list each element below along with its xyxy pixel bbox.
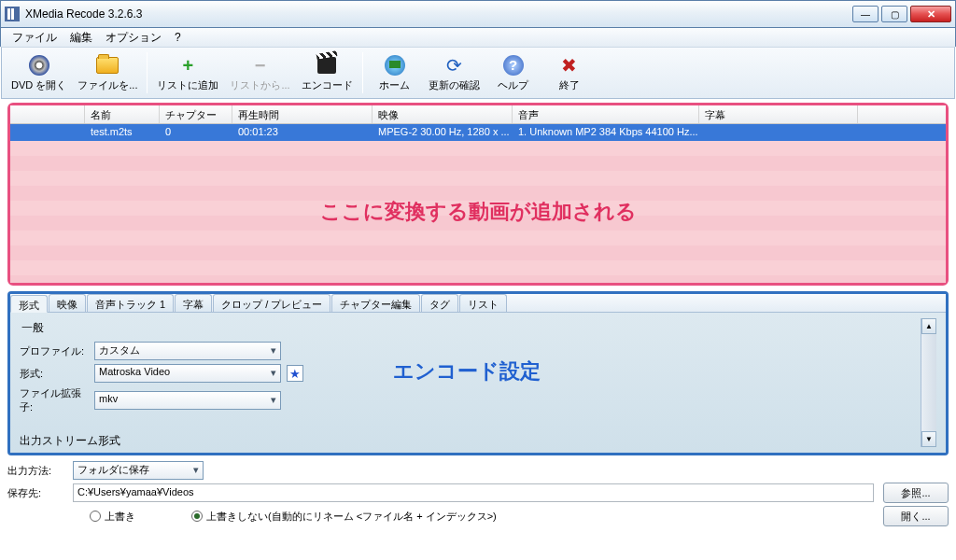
- help-icon: ?: [502, 54, 525, 77]
- col-audio[interactable]: 音声: [513, 105, 699, 123]
- exit-button[interactable]: ✖終了: [541, 49, 598, 97]
- clapper-icon: [316, 54, 338, 77]
- folder-icon: [96, 54, 119, 77]
- settings-tabs: 形式 映像 音声トラック 1 字幕 クロップ / プレビュー チャプター編集 タ…: [10, 294, 946, 313]
- toolbar-separator: [362, 52, 363, 93]
- format-combo[interactable]: Matroska Video: [94, 364, 281, 383]
- app-icon: [5, 7, 20, 21]
- tab-format[interactable]: 形式: [10, 295, 48, 313]
- refresh-icon: ⟳: [443, 54, 465, 77]
- col-duration[interactable]: 再生時間: [232, 105, 373, 123]
- profile-label: プロファイル:: [20, 344, 94, 358]
- open-dvd-button[interactable]: DVD を開く: [6, 49, 72, 97]
- tab-video[interactable]: 映像: [49, 294, 86, 312]
- no-overwrite-radio[interactable]: [191, 511, 203, 522]
- file-list-area: 名前 チャプター 再生時間 映像 音声 字幕 test.m2ts 0 00:01…: [7, 103, 949, 286]
- col-video[interactable]: 映像: [373, 105, 513, 123]
- close-button[interactable]: ✕: [910, 6, 951, 22]
- help-button[interactable]: ?ヘルプ: [485, 49, 541, 97]
- home-button[interactable]: ホーム: [367, 49, 423, 97]
- exit-icon: ✖: [558, 54, 581, 77]
- home-icon: [384, 54, 406, 77]
- open-button[interactable]: 開く...: [883, 506, 949, 526]
- col-chapter[interactable]: チャプター: [160, 105, 232, 123]
- scroll-up-icon[interactable]: ▲: [921, 318, 936, 334]
- file-list[interactable]: 名前 チャプター 再生時間 映像 音声 字幕 test.m2ts 0 00:01…: [10, 105, 946, 283]
- open-file-button[interactable]: ファイルを...: [72, 49, 143, 97]
- toolbar-separator: [147, 52, 148, 93]
- menu-file[interactable]: ファイル: [7, 28, 63, 48]
- menu-edit[interactable]: 編集: [64, 28, 98, 48]
- tab-chapter[interactable]: チャプター編集: [331, 294, 420, 312]
- cell-video: MPEG-2 30.00 Hz, 1280 x ...: [373, 124, 513, 141]
- toolbar: DVD を開く ファイルを... +リストに追加 −リストから... エンコード…: [1, 47, 955, 99]
- encode-settings-area: 形式 映像 音声トラック 1 字幕 クロップ / プレビュー チャプター編集 タ…: [7, 291, 949, 455]
- col-subtitle[interactable]: 字幕: [699, 105, 858, 123]
- add-to-list-button[interactable]: +リストに追加: [151, 49, 224, 97]
- col-name[interactable]: 名前: [85, 105, 160, 123]
- window-title: XMedia Recode 3.2.6.3: [25, 7, 852, 21]
- output-method-combo[interactable]: フォルダに保存: [73, 461, 204, 480]
- favorite-button[interactable]: ★: [287, 365, 303, 382]
- ext-label: ファイル拡張子:: [20, 386, 94, 414]
- minus-icon: −: [249, 54, 272, 77]
- output-path-field[interactable]: C:¥Users¥yamaa¥Videos: [73, 483, 874, 502]
- remove-from-list-button: −リストから...: [224, 49, 295, 97]
- annotation-filelist: ここに変換する動画が追加される: [320, 198, 637, 226]
- menu-help[interactable]: ?: [169, 29, 187, 46]
- encode-button[interactable]: エンコード: [296, 49, 358, 97]
- overwrite-radio[interactable]: [90, 511, 101, 522]
- tab-crop[interactable]: クロップ / プレビュー: [213, 294, 330, 312]
- cell-chapter: 0: [160, 124, 232, 141]
- output-area: 出力方法: フォルダに保存 保存先: C:¥Users¥yamaa¥Videos…: [7, 461, 949, 526]
- overwrite-label: 上書き: [105, 510, 135, 524]
- window-buttons: — ▢ ✕: [852, 6, 951, 22]
- cell-audio: 1. Unknown MP2 384 Kbps 44100 Hz...: [513, 124, 699, 141]
- output-stream-title: 出力ストリーム形式: [20, 433, 120, 449]
- menubar: ファイル 編集 オプション ?: [0, 28, 956, 47]
- settings-scrollbar[interactable]: ▲ ▼: [921, 318, 936, 447]
- group-general: 一般: [21, 320, 318, 336]
- browse-button[interactable]: 参照...: [883, 483, 949, 503]
- profile-combo[interactable]: カスタム: [94, 342, 281, 360]
- output-dest-label: 保存先:: [7, 486, 73, 500]
- cell-name: test.m2ts: [85, 124, 160, 141]
- format-label: 形式:: [20, 367, 94, 381]
- minimize-button[interactable]: —: [852, 6, 879, 22]
- tab-list[interactable]: リスト: [459, 294, 507, 312]
- plus-icon: +: [176, 54, 199, 77]
- settings-body: 一般 プロファイル: カスタム 形式: Matroska Video ★ ファイ…: [10, 313, 946, 453]
- tab-tag[interactable]: タグ: [421, 294, 458, 312]
- output-method-label: 出力方法:: [7, 464, 73, 478]
- dvd-icon: [28, 54, 50, 77]
- cell-duration: 00:01:23: [232, 124, 373, 141]
- no-overwrite-label: 上書きしない(自動的にリネーム <ファイル名 + インデックス>): [206, 510, 497, 524]
- check-update-button[interactable]: ⟳更新の確認: [423, 49, 485, 97]
- file-list-empty-area[interactable]: ここに変換する動画が追加される: [10, 141, 946, 283]
- maximize-button[interactable]: ▢: [881, 6, 907, 22]
- annotation-settings: エンコード設定: [393, 357, 541, 447]
- cell-subtitle: [699, 124, 858, 141]
- file-row-selected[interactable]: test.m2ts 0 00:01:23 MPEG-2 30.00 Hz, 12…: [10, 124, 946, 141]
- tab-subtitle[interactable]: 字幕: [175, 294, 212, 312]
- file-list-header: 名前 チャプター 再生時間 映像 音声 字幕: [10, 105, 946, 124]
- scroll-down-icon[interactable]: ▼: [921, 431, 936, 447]
- ext-combo[interactable]: mkv: [94, 391, 281, 410]
- menu-options[interactable]: オプション: [100, 28, 167, 48]
- tab-audio[interactable]: 音声トラック 1: [87, 294, 174, 312]
- titlebar: XMedia Recode 3.2.6.3 — ▢ ✕: [0, 0, 956, 28]
